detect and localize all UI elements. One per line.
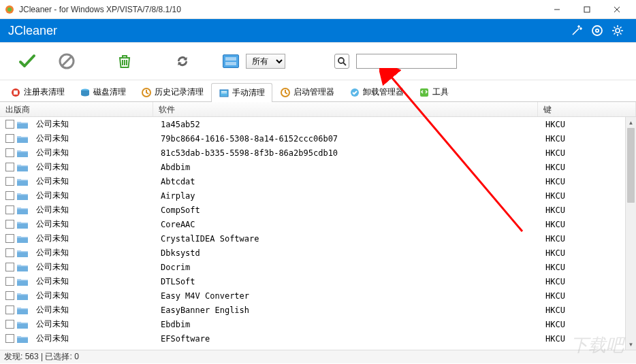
block-button[interactable] [49, 48, 84, 74]
scroll-thumb[interactable] [627, 128, 635, 203]
cell-key: HKCU [540, 334, 625, 344]
tab-startup[interactable]: 启动管理器 [272, 82, 342, 101]
tab-manual[interactable]: 手动清理 [211, 83, 272, 102]
search-button[interactable] [334, 54, 349, 69]
tab-registry[interactable]: 注册表清理 [3, 82, 72, 101]
tab-history[interactable]: 历史记录清理 [133, 82, 211, 101]
column-header: 出版商 软件 键 [0, 102, 636, 117]
svg-rect-3 [584, 7, 590, 12]
history-icon [141, 87, 152, 98]
tab-label: 工具 [432, 86, 449, 98]
toolbar: 所有 [0, 43, 636, 80]
folder-icon [17, 178, 28, 186]
svg-rect-27 [14, 90, 18, 95]
row-checkbox[interactable] [5, 177, 14, 186]
row-checkbox[interactable] [5, 205, 14, 214]
row-checkbox[interactable] [5, 234, 14, 243]
table-row[interactable]: 公司未知AbdbimHKCU [0, 160, 625, 174]
close-button[interactable] [602, 0, 632, 19]
row-checkbox[interactable] [5, 120, 14, 129]
row-checkbox[interactable] [5, 305, 14, 314]
table-row[interactable]: 公司未知EFSoftwareHKCU [0, 331, 625, 346]
tab-label: 手动清理 [232, 87, 265, 99]
folder-icon [17, 235, 28, 243]
column-publisher[interactable]: 出版商 [0, 102, 153, 116]
cell-publisher: 公司未知 [31, 247, 155, 259]
cell-software: Easy M4V Converter [155, 291, 540, 301]
minimize-button[interactable] [542, 0, 572, 19]
svg-point-7 [596, 29, 599, 32]
scroll-down-button[interactable]: ▼ [626, 339, 636, 350]
row-checkbox[interactable] [5, 134, 14, 143]
cell-publisher: 公司未知 [31, 318, 155, 330]
tab-disk[interactable]: 磁盘清理 [72, 82, 133, 101]
cell-key: HKCU [540, 177, 625, 186]
table-row[interactable]: 公司未知AbtcdatHKCU [0, 174, 625, 188]
cell-key: HKCU [540, 163, 625, 172]
svg-point-6 [592, 26, 602, 35]
table-row[interactable]: 公司未知79bc8664-1616-5308-8a14-6152ccc06b07… [0, 131, 625, 146]
cell-key: HKCU [540, 277, 625, 286]
table-row[interactable]: 公司未知CompSoftHKCU [0, 203, 625, 217]
table-row[interactable]: 公司未知81c53dab-b335-5598-8f3b-86a2b95cdb10… [0, 146, 625, 160]
cell-key: HKCU [540, 120, 625, 129]
table-row[interactable]: 公司未知DTLSoftHKCU [0, 274, 625, 288]
cell-key: HKCU [540, 205, 625, 215]
table-row[interactable]: 公司未知DocrimHKCU [0, 260, 625, 274]
column-software[interactable]: 软件 [153, 102, 538, 116]
row-checkbox[interactable] [5, 320, 14, 329]
cell-key: HKCU [540, 248, 625, 258]
table-row[interactable]: 公司未知CrystalIDEA SoftwareHKCU [0, 231, 625, 246]
svg-point-1 [7, 7, 12, 12]
folder-icon [17, 278, 28, 286]
brand-label: JCleaner [8, 24, 567, 38]
wand-icon[interactable] [567, 20, 587, 41]
svg-rect-35 [420, 88, 428, 97]
cell-software: Docrim [155, 263, 540, 272]
gear-icon[interactable] [607, 20, 628, 41]
svg-line-16 [620, 27, 622, 29]
column-key[interactable]: 键 [538, 102, 636, 116]
tab-uninstall[interactable]: 卸载管理器 [342, 82, 411, 101]
row-checkbox[interactable] [5, 220, 14, 229]
cell-software: EasyBanner English [155, 305, 540, 315]
row-checkbox[interactable] [5, 263, 14, 271]
table-row[interactable]: 公司未知EbdbimHKCU [0, 317, 625, 331]
row-checkbox[interactable] [5, 334, 14, 343]
entry-list[interactable]: 公司未知1a45ab52HKCU公司未知79bc8664-1616-5308-8… [0, 117, 625, 350]
row-checkbox[interactable] [5, 148, 14, 157]
table-row[interactable]: 公司未知1a45ab52HKCU [0, 117, 625, 131]
filter-dropdown[interactable]: 所有 [246, 54, 285, 69]
table-row[interactable]: 公司未知Easy M4V ConverterHKCU [0, 288, 625, 303]
table-row[interactable]: 公司未知AirplayHKCU [0, 188, 625, 203]
table-row[interactable]: 公司未知CoreAACHKCU [0, 217, 625, 231]
cell-software: Ebdbim [155, 320, 540, 329]
row-checkbox[interactable] [5, 291, 14, 300]
scroll-up-button[interactable]: ▲ [626, 117, 636, 128]
cell-key: HKCU [540, 263, 625, 272]
cell-software: 81c53dab-b335-5598-8f3b-86a2b95cdb10 [155, 148, 540, 158]
help-icon[interactable] [587, 20, 607, 41]
cell-software: CompSoft [155, 205, 540, 215]
cell-publisher: 公司未知 [31, 133, 155, 144]
refresh-button[interactable] [165, 48, 200, 74]
table-row[interactable]: 公司未知DbksystdHKCU [0, 246, 625, 260]
cell-publisher: 公司未知 [31, 290, 155, 301]
filter-icon [223, 54, 239, 68]
tab-tools[interactable]: 工具 [411, 82, 456, 101]
status-text: 发现: 563 | 已选择: 0 [4, 351, 79, 363]
row-checkbox[interactable] [5, 277, 14, 286]
cell-publisher: 公司未知 [31, 333, 155, 344]
maximize-button[interactable] [572, 0, 602, 19]
row-checkbox[interactable] [5, 191, 14, 200]
cell-key: HKCU [540, 234, 625, 244]
scrollbar[interactable]: ▲ ▼ [625, 117, 636, 350]
search-input[interactable] [356, 54, 457, 69]
tab-label: 卸载管理器 [363, 86, 404, 98]
trash-button[interactable] [107, 48, 142, 74]
row-checkbox[interactable] [5, 248, 14, 257]
cell-software: Abtcdat [155, 177, 540, 186]
table-row[interactable]: 公司未知EasyBanner EnglishHKCU [0, 303, 625, 317]
row-checkbox[interactable] [5, 163, 14, 171]
check-button[interactable] [10, 48, 45, 74]
